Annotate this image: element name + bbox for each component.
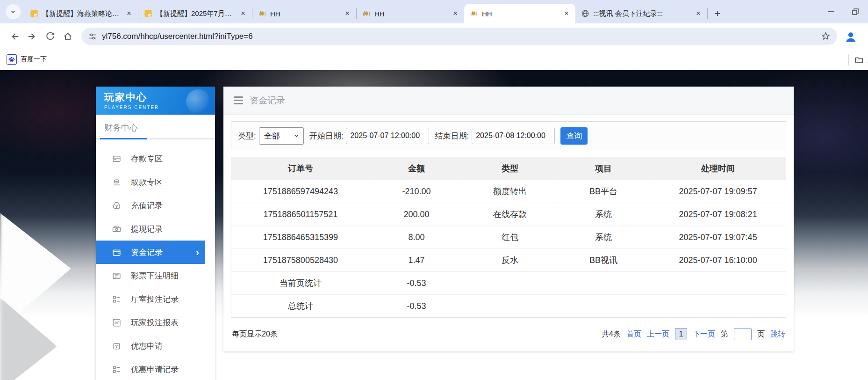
profile-avatar[interactable] <box>844 29 858 44</box>
table-cell <box>463 272 557 295</box>
sidebar-item-label: 存款专区 <box>131 153 163 164</box>
sidebar-item-report[interactable]: 玩家投注报表 <box>96 311 215 334</box>
table-cell: 额度转出 <box>463 180 557 203</box>
sidebar-item-funds[interactable]: 资金记录› <box>96 241 205 264</box>
sidebar-item-label: 优惠申请 <box>131 341 163 351</box>
minimize-button[interactable] <box>825 6 837 18</box>
end-date-label: 结束日期: <box>435 131 469 141</box>
tab-close-icon[interactable]: × <box>343 9 352 18</box>
site-settings-icon <box>88 32 97 41</box>
forward-button[interactable] <box>24 29 40 44</box>
cashout-icon <box>112 224 122 234</box>
sidebar-item-recharge[interactable]: 充值记录 <box>96 194 215 217</box>
table-cell: 1751886597494243 <box>231 180 370 203</box>
tab-title: HH <box>482 10 559 18</box>
sidebar-item-deposit[interactable]: 存款专区 <box>96 147 215 170</box>
new-tab-button[interactable]: + <box>710 7 725 21</box>
sidebar-item-label: 提现记录 <box>131 224 163 234</box>
search-button[interactable]: 查询 <box>560 127 588 145</box>
total-count-text: 共4条 <box>602 329 621 339</box>
table-row: 当前页统计-0.53 <box>231 272 786 295</box>
hh-favicon <box>470 9 478 18</box>
restore-button[interactable] <box>849 6 861 18</box>
tab-close-icon[interactable]: × <box>239 9 247 18</box>
first-page-link[interactable]: 首页 <box>626 329 641 339</box>
column-header: 项目 <box>557 157 650 180</box>
browser-toolbar: yl756.com/hhcp/usercenter.html?iniType=6 <box>0 23 868 49</box>
restore-icon <box>851 7 860 16</box>
reload-button[interactable] <box>42 29 58 44</box>
url-text[interactable]: yl756.com/hhcp/usercenter.html?iniType=6 <box>102 32 816 41</box>
forum-favicon <box>30 9 38 18</box>
table-cell: 200.00 <box>370 203 463 226</box>
table-cell: 系统 <box>557 226 650 249</box>
sidebar-item-hall[interactable]: 厅室投注记录 <box>96 287 215 311</box>
sidebar-item-promolog[interactable]: 优惠申请记录 <box>96 358 215 380</box>
bookmark-baidu[interactable]: 百度一下 <box>7 54 47 65</box>
column-header: 金额 <box>370 157 463 180</box>
jump-suffix-label: 页 <box>757 329 765 339</box>
browser-tab-active[interactable]: HH× <box>464 4 575 23</box>
tab-close-icon[interactable]: × <box>451 9 459 18</box>
sidebar-item-promo[interactable]: 优惠申请 <box>96 334 215 358</box>
sidebar-item-withdraw[interactable]: 取款专区 <box>96 170 215 194</box>
browser-tab[interactable]: 【新提醒】2025年7月5日× <box>138 4 252 23</box>
prev-page-link[interactable]: 上一页 <box>647 329 669 339</box>
page-size-text: 每页显示20条 <box>232 329 278 339</box>
sidebar-item-lottery[interactable]: 彩票下注明细 <box>96 264 215 287</box>
tab-title: HH <box>374 10 447 18</box>
funds-table: 订单号金额类型项目处理时间 1751886597494243-210.00额度转… <box>231 157 786 318</box>
end-date-input[interactable] <box>472 128 555 144</box>
table-cell <box>557 272 650 295</box>
tab-title: 【新提醒】海燕策略论坛综 <box>42 9 121 18</box>
tab-close-icon[interactable]: × <box>125 9 133 18</box>
table-cell: 当前页统计 <box>231 272 370 295</box>
tab-close-icon[interactable]: × <box>562 9 571 18</box>
hamburger-icon[interactable] <box>234 96 243 104</box>
gamepad-decoration <box>186 89 210 114</box>
browser-tab[interactable]: 【新提醒】海燕策略论坛综× <box>24 4 138 23</box>
sidebar-section-title: 财务中心 <box>96 115 215 138</box>
sidebar-section-underline <box>96 138 215 139</box>
table-cell: 2025-07-07 19:09:57 <box>650 180 786 203</box>
back-button[interactable] <box>7 29 22 44</box>
hh-favicon <box>362 9 371 18</box>
promo-icon <box>112 341 122 351</box>
sidebar-item-label: 彩票下注明细 <box>131 270 179 281</box>
browser-tab[interactable]: HH× <box>252 4 356 23</box>
table-cell <box>463 295 557 318</box>
sidebar-item-label: 优惠申请记录 <box>131 364 179 375</box>
window-controls <box>825 0 868 23</box>
type-select[interactable]: 全部 <box>259 127 304 145</box>
all-bookmarks-button[interactable]: 所 <box>854 55 868 65</box>
tabs-container: 【新提醒】海燕策略论坛综×【新提醒】2025年7月5日×HH×HH×HH×:::… <box>24 4 708 23</box>
sidebar-item-label: 取款专区 <box>131 177 163 188</box>
table-cell: 2025-07-07 19:07:45 <box>650 226 786 249</box>
table-cell: 8.00 <box>370 226 463 249</box>
baidu-paw-icon <box>7 54 17 65</box>
sidebar-item-cashout[interactable]: 提现记录 <box>96 217 215 241</box>
home-button[interactable] <box>60 29 76 44</box>
browser-tab[interactable]: HH× <box>357 4 464 23</box>
browser-tab[interactable]: :::视讯 会员下注纪录:::× <box>575 4 707 23</box>
forward-icon <box>27 31 37 42</box>
sidebar-body: 财务中心 存款专区取款专区充值记录提现记录资金记录›彩票下注明细厅室投注记录玩家… <box>96 115 215 380</box>
sidebar-item-label: 资金记录 <box>131 247 163 258</box>
table-row: 总统计-0.53 <box>231 295 786 318</box>
page-viewport: 玩家中心 PLAYERS CENTER 财务中心 存款专区取款专区充值记录提现记… <box>0 70 868 380</box>
funds-icon <box>112 248 122 257</box>
start-date-input[interactable] <box>346 128 429 144</box>
bookmark-star-icon[interactable] <box>821 31 831 41</box>
tab-close-icon[interactable]: × <box>694 9 703 18</box>
table-cell <box>650 295 786 318</box>
next-page-link[interactable]: 下一页 <box>693 329 715 339</box>
table-body: 1751886597494243-210.00额度转出BB平台2025-07-0… <box>231 180 786 318</box>
jump-link[interactable]: 跳转 <box>770 329 785 339</box>
column-header: 订单号 <box>231 157 370 180</box>
type-label: 类型: <box>238 131 256 141</box>
address-bar[interactable]: yl756.com/hhcp/usercenter.html?iniType=6 <box>81 28 837 45</box>
table-cell <box>650 272 786 295</box>
tab-search-button[interactable] <box>6 4 21 19</box>
jump-page-input[interactable] <box>734 328 752 340</box>
sidebar-item-label: 充值记录 <box>131 200 163 211</box>
